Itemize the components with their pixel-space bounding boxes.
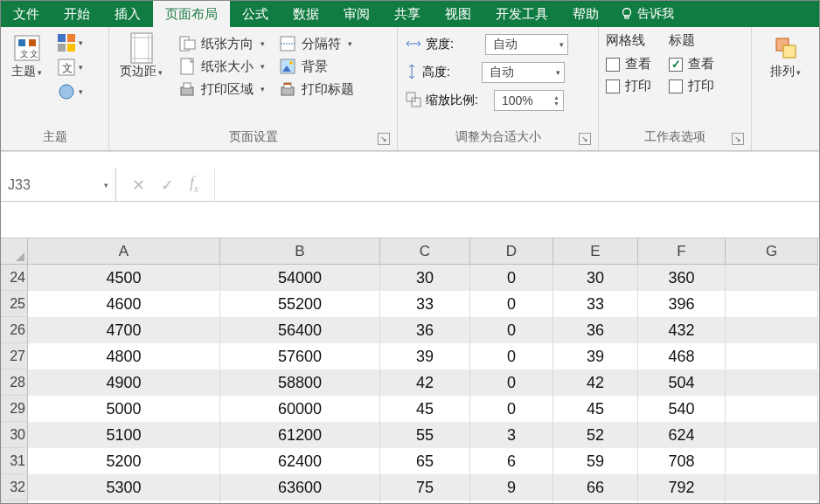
- cell-B26[interactable]: 56400: [220, 317, 380, 343]
- cell-C29[interactable]: 45: [380, 396, 470, 422]
- row-header-29[interactable]: 29: [1, 396, 28, 422]
- cell-A33[interactable]: 5400: [28, 501, 220, 504]
- cell-D26[interactable]: 0: [470, 317, 553, 343]
- row-header-28[interactable]: 28: [1, 369, 28, 396]
- size-button[interactable]: 纸张大小▾: [177, 55, 267, 78]
- column-header-D[interactable]: D: [470, 238, 553, 265]
- cell-C28[interactable]: 42: [380, 369, 470, 396]
- cell-E32[interactable]: 66: [553, 474, 638, 501]
- cell-D30[interactable]: 3: [470, 422, 553, 448]
- row-header-25[interactable]: 25: [1, 291, 28, 317]
- row-header-27[interactable]: 27: [1, 343, 28, 369]
- print-titles-button[interactable]: 打印标题: [277, 78, 356, 100]
- cell-G29[interactable]: [726, 396, 818, 422]
- cell-E27[interactable]: 39: [553, 343, 638, 369]
- cell-G30[interactable]: [726, 422, 818, 448]
- cell-G31[interactable]: [726, 448, 818, 474]
- tell-me[interactable]: 告诉我: [611, 1, 683, 27]
- tab-共享[interactable]: 共享: [382, 1, 433, 27]
- cell-F27[interactable]: 468: [638, 343, 726, 369]
- name-box[interactable]: J33 ▾: [1, 169, 116, 201]
- cell-A25[interactable]: 4600: [28, 291, 220, 317]
- theme-fonts-button[interactable]: 文 ▾: [56, 57, 85, 78]
- scale-dialog-launcher[interactable]: ↘: [579, 133, 591, 145]
- cell-G32[interactable]: [726, 474, 818, 501]
- arrange-button[interactable]: 排列▾: [767, 32, 804, 81]
- cell-E24[interactable]: 30: [553, 265, 638, 291]
- cell-D28[interactable]: 0: [470, 369, 553, 396]
- tab-开发工具[interactable]: 开发工具: [483, 1, 560, 27]
- headings-print-checkbox[interactable]: 打印: [669, 78, 714, 94]
- tab-文件[interactable]: 文件: [1, 1, 52, 27]
- tab-开始[interactable]: 开始: [52, 1, 102, 27]
- row-header-26[interactable]: 26: [1, 317, 28, 343]
- page-setup-dialog-launcher[interactable]: ↘: [378, 133, 390, 145]
- spinner-down-icon[interactable]: ▼: [553, 100, 559, 107]
- margins-button[interactable]: 页边距▾: [116, 32, 166, 81]
- cell-B27[interactable]: 57600: [220, 343, 380, 369]
- row-header-30[interactable]: 30: [1, 422, 28, 448]
- cell-G26[interactable]: [726, 317, 818, 343]
- cell-G27[interactable]: [726, 343, 818, 369]
- cell-A29[interactable]: 5000: [28, 396, 220, 422]
- cell-G33[interactable]: [726, 501, 818, 504]
- column-header-F[interactable]: F: [638, 238, 726, 265]
- tab-插入[interactable]: 插入: [102, 1, 153, 27]
- cell-F26[interactable]: 432: [638, 317, 726, 343]
- cell-F31[interactable]: 708: [638, 448, 726, 474]
- cell-A27[interactable]: 4800: [28, 343, 220, 369]
- formula-input[interactable]: [215, 169, 819, 201]
- cell-B25[interactable]: 55200: [220, 291, 380, 317]
- cell-C30[interactable]: 55: [380, 422, 470, 448]
- cell-B32[interactable]: 63600: [220, 474, 380, 501]
- cell-E29[interactable]: 45: [553, 396, 638, 422]
- cell-C31[interactable]: 65: [380, 448, 470, 474]
- theme-colors-button[interactable]: ▾: [56, 32, 85, 53]
- cell-A30[interactable]: 5100: [28, 422, 220, 448]
- height-select[interactable]: 自动▾: [482, 62, 565, 83]
- column-header-E[interactable]: E: [553, 238, 638, 265]
- cell-E31[interactable]: 59: [553, 448, 638, 474]
- cell-B29[interactable]: 60000: [220, 396, 380, 422]
- cell-D29[interactable]: 0: [470, 396, 553, 422]
- column-header-A[interactable]: A: [28, 238, 220, 265]
- cell-F28[interactable]: 504: [638, 369, 726, 396]
- sheet-options-dialog-launcher[interactable]: ↘: [732, 133, 744, 145]
- breaks-button[interactable]: 分隔符▾: [277, 32, 356, 55]
- row-header-24[interactable]: 24: [1, 265, 28, 291]
- cell-C24[interactable]: 30: [380, 265, 470, 291]
- cell-F30[interactable]: 624: [638, 422, 726, 448]
- cell-C25[interactable]: 33: [380, 291, 470, 317]
- cell-B31[interactable]: 62400: [220, 448, 380, 474]
- cell-A26[interactable]: 4700: [28, 317, 220, 343]
- cell-F24[interactable]: 360: [638, 265, 726, 291]
- background-button[interactable]: 背景: [277, 55, 356, 78]
- cell-E28[interactable]: 42: [553, 369, 638, 396]
- cancel-formula-icon[interactable]: ✕: [132, 176, 145, 195]
- cell-C26[interactable]: 36: [380, 317, 470, 343]
- width-select[interactable]: 自动▾: [485, 34, 568, 55]
- tab-审阅[interactable]: 审阅: [331, 1, 382, 27]
- cell-G28[interactable]: [726, 369, 818, 396]
- row-header-33[interactable]: 33: [1, 501, 28, 504]
- column-header-C[interactable]: C: [380, 238, 470, 265]
- cell-F25[interactable]: 396: [638, 291, 726, 317]
- row-header-31[interactable]: 31: [1, 448, 28, 474]
- gridlines-view-checkbox[interactable]: 查看: [606, 56, 651, 72]
- themes-button[interactable]: 文文 主题▾: [8, 32, 45, 81]
- tab-数据[interactable]: 数据: [281, 1, 331, 27]
- headings-view-checkbox[interactable]: 查看: [669, 56, 714, 72]
- cell-B28[interactable]: 58800: [220, 369, 380, 396]
- theme-effects-button[interactable]: ▾: [56, 81, 85, 102]
- enter-formula-icon[interactable]: ✓: [161, 176, 174, 195]
- cell-B24[interactable]: 54000: [220, 265, 380, 291]
- cell-F32[interactable]: 792: [638, 474, 726, 501]
- cell-D27[interactable]: 0: [470, 343, 553, 369]
- cell-A32[interactable]: 5300: [28, 474, 220, 501]
- cell-G25[interactable]: [726, 291, 818, 317]
- fx-icon[interactable]: fx: [190, 174, 198, 196]
- cell-B30[interactable]: 61200: [220, 422, 380, 448]
- scale-input[interactable]: 100%▲▼: [494, 90, 564, 111]
- cell-G24[interactable]: [726, 265, 818, 291]
- cell-E26[interactable]: 36: [553, 317, 638, 343]
